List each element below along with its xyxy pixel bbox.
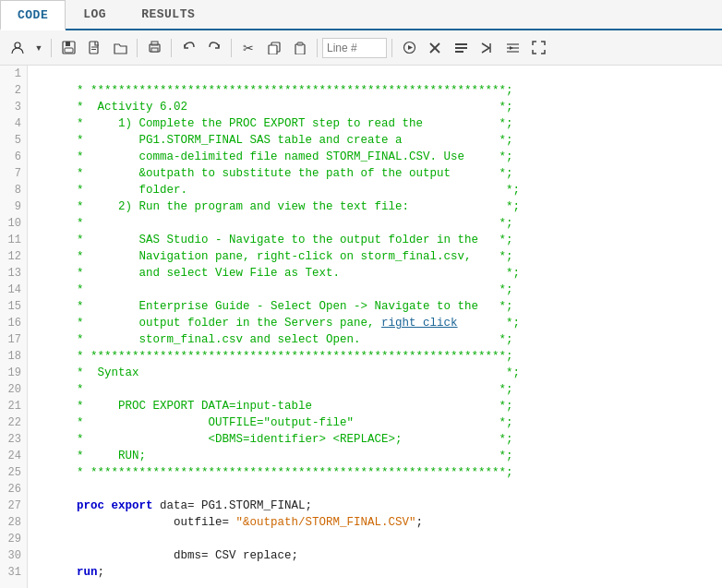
code-line-26: proc export data= PG1.STORM_FINAL; [35,481,722,498]
sep4 [231,39,232,57]
svg-rect-12 [295,44,305,54]
sep6 [391,39,392,57]
svg-rect-20 [455,51,463,53]
new-button[interactable] [82,36,106,60]
code-area: 1 2 3 4 5 6 7 8 9 10 11 12 13 14 15 16 1… [0,66,722,588]
expand-button[interactable] [526,36,550,60]
paste-button[interactable] [288,36,312,60]
svg-rect-19 [455,47,467,49]
toolbar: ▼ [0,30,722,66]
svg-marker-15 [408,45,413,50]
undo-button[interactable] [176,36,200,60]
redo-button[interactable] [202,36,226,60]
run-button[interactable] [6,36,30,60]
sep5 [317,39,318,57]
stop-button[interactable] [423,36,447,60]
svg-rect-18 [455,43,467,45]
code-line-29: dbms= CSV replace; [35,531,722,547]
sep2 [137,39,138,57]
code-line-31 [35,564,722,581]
svg-rect-9 [151,48,158,52]
indent-button[interactable] [500,36,524,60]
sep3 [171,39,172,57]
line-number-input[interactable] [322,38,387,58]
tab-code[interactable]: CODE [0,0,66,30]
tab-log[interactable]: LOG [66,0,124,29]
svg-rect-11 [269,45,277,54]
submit-button[interactable] [397,36,421,60]
svg-rect-13 [297,42,303,45]
tab-results[interactable]: RESULTS [124,0,212,29]
code-content: * **************************************… [28,66,722,588]
run-dropdown-button[interactable]: ▼ [31,36,46,60]
svg-point-0 [15,42,20,48]
svg-rect-3 [65,48,73,53]
tab-bar: CODE LOG RESULTS [0,0,722,30]
open-button[interactable] [108,36,132,60]
save-button[interactable] [56,36,80,60]
line-numbers: 1 2 3 4 5 6 7 8 9 10 11 12 13 14 15 16 1… [0,66,28,588]
copy-button[interactable] [262,36,286,60]
bars-button[interactable] [449,36,473,60]
code-line-1: * **************************************… [35,66,722,82]
next-button[interactable] [475,36,499,60]
svg-rect-2 [66,42,70,46]
sep1 [51,39,52,57]
cut-button[interactable]: ✂ [236,36,260,60]
print-button[interactable] [142,36,166,60]
